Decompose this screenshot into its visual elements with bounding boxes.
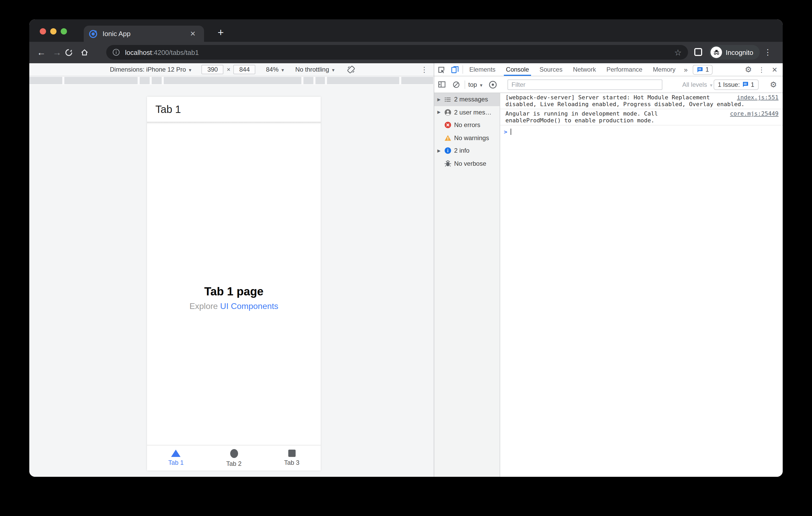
url-host: localhost (125, 48, 152, 56)
minimize-window-button[interactable] (50, 28, 57, 34)
info-icon (444, 147, 452, 155)
forward-icon[interactable]: → (49, 47, 65, 58)
log-levels-dropdown[interactable]: All levels▼ (682, 81, 714, 88)
sidebar-item-errors[interactable]: No errors (434, 119, 500, 131)
url-path: :4200/tabs/tab1 (152, 48, 199, 56)
devtools-close-icon[interactable]: ✕ (768, 66, 781, 73)
sidebar-item-warnings[interactable]: No warnings (434, 131, 500, 144)
issue-bubble-icon (742, 81, 749, 88)
warning-icon (444, 134, 452, 142)
prompt-chevron-icon: > (504, 129, 507, 135)
app-content: Tab 1 page Explore UI Components (147, 122, 321, 445)
app-tab-bar: Tab 1 Tab 2 Tab 3 (147, 445, 321, 471)
console-sidebar-toggle-icon[interactable] (434, 81, 449, 88)
device-emulation-pane: Dimensions: iPhone 12 Pro▼ × 84%▼ No thr… (29, 63, 434, 477)
browser-tab[interactable]: Ionic App ✕ (84, 26, 204, 42)
device-toolbar-menu-icon[interactable]: ⋮ (420, 65, 428, 74)
clear-console-icon[interactable] (449, 81, 464, 88)
execution-context-dropdown[interactable]: top▼ (468, 81, 483, 88)
console-filter-input[interactable] (507, 79, 662, 90)
dimensions-separator: × (227, 66, 230, 73)
new-tab-button[interactable]: + (213, 27, 228, 39)
user-icon (444, 109, 452, 116)
issues-button[interactable]: 1 Issue: 1 (714, 79, 758, 90)
tab-console[interactable]: Console (501, 63, 534, 76)
devtools-panel: Elements Console Sources Network Perform… (434, 63, 783, 477)
tab-title: Ionic App (103, 30, 187, 38)
chevron-down-icon: ▼ (188, 68, 192, 73)
device-height-input[interactable] (234, 65, 256, 74)
page-subtitle: Explore UI Components (147, 302, 321, 311)
issues-counter-button[interactable]: 1 (693, 65, 713, 74)
app-tab-3[interactable]: Tab 3 (263, 446, 321, 471)
error-icon (444, 121, 452, 129)
issue-bubble-icon (697, 66, 703, 73)
tab-close-icon[interactable]: ✕ (187, 29, 199, 39)
site-info-icon[interactable] (113, 49, 120, 56)
tab-performance[interactable]: Performance (601, 63, 647, 76)
message-source-link[interactable]: core.mjs:25449 (730, 110, 779, 117)
reload-icon[interactable] (65, 49, 81, 57)
disclosure-triangle-icon[interactable]: ▶ (437, 97, 441, 102)
close-window-button[interactable] (40, 28, 46, 34)
page-heading: Tab 1 page (147, 285, 321, 299)
console-prompt[interactable]: > (500, 125, 783, 135)
text-cursor (511, 129, 511, 135)
address-bar[interactable]: localhost:4200/tabs/tab1 ☆ (106, 45, 688, 60)
incognito-label: Incognito (726, 48, 753, 56)
throttling-dropdown[interactable]: No throttling▼ (295, 66, 336, 73)
tab-memory[interactable]: Memory (648, 63, 681, 76)
triangle-icon (171, 450, 181, 457)
live-expression-eye-icon[interactable] (485, 80, 500, 89)
chevron-down-icon: ▼ (281, 68, 285, 73)
device-preset-dropdown[interactable]: Dimensions: iPhone 12 Pro▼ (110, 66, 192, 73)
disclosure-triangle-icon[interactable]: ▶ (437, 149, 441, 153)
zoom-dropdown[interactable]: 84%▼ (266, 66, 285, 73)
chevron-down-icon: ▼ (709, 83, 714, 88)
app-tab-2[interactable]: Tab 2 (205, 446, 263, 471)
devtools-settings-icon[interactable]: ⚙ (742, 65, 754, 74)
window-controls (40, 28, 67, 34)
app-header: Tab 1 (147, 97, 321, 122)
disclosure-triangle-icon[interactable]: ▶ (437, 110, 441, 115)
device-ruler (29, 76, 434, 85)
rotate-device-icon[interactable] (347, 65, 355, 74)
sidebar-item-user-messages[interactable]: ▶ 2 user mes… (434, 106, 500, 119)
app-tab-1[interactable]: Tab 1 (147, 446, 205, 471)
console-sidebar: ▶ 2 messages ▶ 2 user mes… (434, 93, 500, 477)
sidebar-item-messages[interactable]: ▶ 2 messages (434, 93, 500, 106)
incognito-icon (710, 47, 722, 58)
list-icon (444, 96, 452, 103)
tab-sources[interactable]: Sources (534, 63, 568, 76)
app-header-title: Tab 1 (155, 103, 181, 116)
sidebar-item-info[interactable]: ▶ 2 info (434, 144, 500, 157)
fullscreen-window-button[interactable] (61, 28, 67, 34)
toggle-device-toolbar-icon[interactable] (448, 66, 461, 73)
home-icon[interactable] (81, 49, 96, 57)
more-tabs-icon[interactable]: » (681, 66, 691, 73)
console-messages[interactable]: index.js:551 [webpack-dev-server] Server… (500, 93, 783, 477)
tab-elements[interactable]: Elements (464, 63, 501, 76)
browser-toolbar: ← → localhost:4200/tabs/tab1 ☆ (29, 42, 783, 63)
sidebar-item-verbose[interactable]: No verbose (434, 157, 500, 170)
inspect-element-icon[interactable] (434, 66, 448, 73)
console-settings-icon[interactable]: ⚙ (767, 80, 780, 89)
message-source-link[interactable]: index.js:551 (737, 94, 779, 101)
devtools-menu-icon[interactable]: ⋮ (755, 66, 767, 73)
device-width-input[interactable] (202, 65, 224, 74)
browser-menu-icon[interactable]: ⋮ (764, 48, 772, 57)
circle-icon (230, 449, 238, 458)
browser-window: Ionic App ✕ + ← → localhost:4200/tabs/ta… (29, 19, 783, 477)
devtools-tab-bar: Elements Console Sources Network Perform… (434, 63, 783, 76)
tab-network[interactable]: Network (568, 63, 601, 76)
console-toolbar: top▼ All levels▼ 1 Issue: 1 ⚙ (434, 76, 783, 93)
verbose-bug-icon (444, 160, 452, 168)
back-icon[interactable]: ← (33, 47, 49, 58)
bookmark-star-icon[interactable]: ☆ (674, 47, 682, 57)
chevron-down-icon: ▼ (331, 68, 336, 73)
square-icon (288, 450, 295, 457)
ui-components-link[interactable]: UI Components (220, 302, 278, 310)
tab-strip: Ionic App ✕ + (29, 19, 783, 42)
side-panel-icon[interactable] (694, 48, 702, 56)
ionic-favicon-icon (89, 30, 97, 38)
